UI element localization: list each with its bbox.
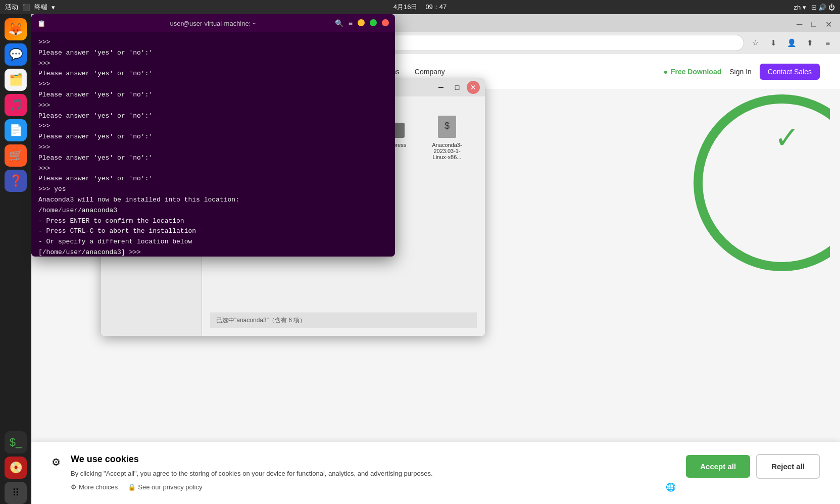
cookie-description: By clicking "Accept all", you agree to t…: [71, 469, 676, 479]
dock-messages[interactable]: 💬: [5, 43, 27, 66]
terminal-line: >>>: [38, 79, 388, 90]
terminal-line: - Press CTRL-C to abort the installation: [38, 226, 388, 237]
terminal-line: Please answer 'yes' or 'no':': [38, 153, 388, 164]
svg-text:$: $: [444, 121, 450, 131]
terminal-titlebar: 📋 user@user-virtual-machine: ~ 🔍 ≡: [31, 14, 395, 32]
translate-icon: 🌐: [666, 482, 676, 492]
fm-statusbar: 已选中"anaconda3"（含有 6 项）: [210, 313, 477, 328]
green-dot-icon: ●: [663, 68, 667, 76]
file-anaconda1-icon: $: [434, 114, 460, 140]
dock-files[interactable]: 🗂️: [5, 69, 27, 91]
terminal-line: >>>: [38, 37, 388, 48]
terminal-menu-icon[interactable]: ≡: [349, 19, 353, 27]
terminal-search-icon[interactable]: 🔍: [335, 19, 343, 27]
fm-minimize-button[interactable]: ─: [434, 81, 448, 94]
terminal-icon-label: ⬛: [22, 4, 30, 11]
file-anaconda1-label: Anaconda3-2023.03-1-Linux-x86...: [428, 142, 466, 160]
browser-maximize-button[interactable]: □: [808, 19, 819, 30]
cookie-title: We use cookies: [71, 454, 676, 465]
fm-file-anaconda1[interactable]: $ Anaconda3-2023.03-1-Linux-x86...: [424, 110, 470, 164]
system-topbar: 活动 ⬛ 终端 ▾ 4月16日 09：47 zh ▾ ⊞ 🔊 ⏻: [0, 0, 840, 14]
accept-all-button[interactable]: Accept all: [686, 455, 750, 478]
fm-close-button[interactable]: ✕: [467, 81, 480, 94]
terminal-line: Please answer 'yes' or 'no':': [38, 132, 388, 142]
activities-label[interactable]: 活动: [5, 3, 18, 12]
free-download-button[interactable]: ● Free Download: [663, 68, 721, 76]
cookie-gear-icon: ⚙: [52, 456, 61, 468]
menu-button[interactable]: ≡: [821, 36, 835, 50]
terminal-line: /home/user/anaconda3: [38, 206, 388, 216]
dock-help[interactable]: ❓: [5, 170, 27, 192]
dock-terminal[interactable]: $_: [5, 431, 27, 453]
share-button[interactable]: ⬆: [803, 36, 817, 50]
terminal-line: >>>: [38, 100, 388, 111]
terminal-line: - Or specify a different location below: [38, 237, 388, 247]
terminal-title: user@user-virtual-machine: ~: [170, 20, 256, 27]
topbar-date: 4月16日: [393, 3, 418, 12]
terminal-line: >>>: [38, 121, 388, 132]
topbar-time: 09：47: [425, 3, 447, 12]
dock-music[interactable]: 🎵: [5, 94, 27, 116]
terminal-maximize-button[interactable]: [370, 19, 377, 26]
terminal-close-button[interactable]: [382, 19, 389, 26]
privacy-icon: 🔒: [128, 483, 136, 491]
topbar-left: 活动 ⬛ 终端 ▾: [5, 3, 55, 12]
terminal-line: >>>: [38, 59, 388, 69]
website-header-right: ● Free Download Sign In Contact Sales: [663, 64, 820, 80]
terminal-window-controls: 🔍 ≡: [335, 19, 389, 27]
terminal-line: >>>: [38, 142, 388, 153]
terminal-line: Please answer 'yes' or 'no':': [38, 48, 388, 59]
terminal-line: - Press ENTER to confirm the location: [38, 216, 388, 227]
bookmark-button[interactable]: ☆: [748, 36, 762, 50]
terminal-line: Please answer 'yes' or 'no':': [38, 90, 388, 100]
browser-minimize-button[interactable]: ─: [794, 19, 805, 30]
account-button[interactable]: 👤: [784, 36, 799, 50]
dock-software[interactable]: 🛒: [5, 144, 27, 167]
dock-firefox[interactable]: 🦊: [5, 18, 27, 40]
browser-close-button[interactable]: ✕: [822, 19, 835, 30]
terminal-window: 📋 user@user-virtual-machine: ~ 🔍 ≡ >>>Pl…: [31, 14, 395, 257]
cookie-links: ⚙ More choices 🔒 See our privacy policy …: [71, 482, 676, 492]
topbar-lang[interactable]: zh ▾: [794, 4, 806, 11]
terminal-line: Please answer 'yes' or 'no':': [38, 69, 388, 79]
terminal-line: Anaconda3 will now be installed into thi…: [38, 195, 388, 206]
dock-text-editor[interactable]: 📄: [5, 119, 27, 141]
checkmark-decoration: ✓: [774, 120, 800, 155]
dock-app-grid[interactable]: ⠿: [5, 482, 27, 504]
topbar-sys-icons[interactable]: ⊞ 🔊 ⏻: [811, 4, 835, 11]
reject-all-button[interactable]: Reject all: [756, 454, 820, 479]
terminal-line: [/home/user/anaconda3] >>>: [38, 247, 388, 257]
dock-dvd[interactable]: 📀: [5, 457, 27, 479]
terminal-app-name: 终端: [34, 3, 47, 12]
more-choices-link[interactable]: ⚙ More choices: [71, 483, 118, 491]
cookie-text-area: We use cookies By clicking "Accept all",…: [71, 454, 676, 492]
download-button[interactable]: ⬇: [766, 36, 780, 50]
terminal-line: >>>: [38, 164, 388, 174]
terminal-line: Please answer 'yes' or 'no':': [38, 111, 388, 122]
settings-icon: ⚙: [71, 483, 77, 491]
terminal-line: >>> yes: [38, 184, 388, 195]
terminal-line: Please answer 'yes' or 'no':': [38, 174, 388, 184]
application-dock: 🦊 💬 🗂️ 🎵 📄 🛒 ❓ $_ 📀 ⠿: [0, 14, 31, 504]
terminal-body[interactable]: >>>Please answer 'yes' or 'no':'>>>Pleas…: [31, 32, 395, 257]
cookie-actions: Accept all Reject all: [686, 454, 820, 479]
sign-in-button[interactable]: Sign In: [729, 68, 752, 76]
terminal-tab-icon: 📋: [37, 20, 45, 27]
topbar-right: zh ▾ ⊞ 🔊 ⏻: [794, 4, 835, 11]
topbar-center: 4月16日 09：47: [393, 3, 447, 12]
cookie-banner: ⚙ We use cookies By clicking "Accept all…: [31, 442, 840, 505]
contact-sales-button[interactable]: Contact Sales: [760, 64, 820, 80]
terminal-dropdown[interactable]: ▾: [52, 4, 55, 11]
nav-company[interactable]: Company: [415, 68, 445, 76]
toolbar-actions: ☆ ⬇ 👤 ⬆ ≡: [748, 36, 835, 50]
terminal-minimize-button[interactable]: [358, 19, 365, 26]
privacy-policy-link[interactable]: 🔒 See our privacy policy: [128, 483, 202, 491]
fm-maximize-button[interactable]: □: [451, 81, 464, 94]
